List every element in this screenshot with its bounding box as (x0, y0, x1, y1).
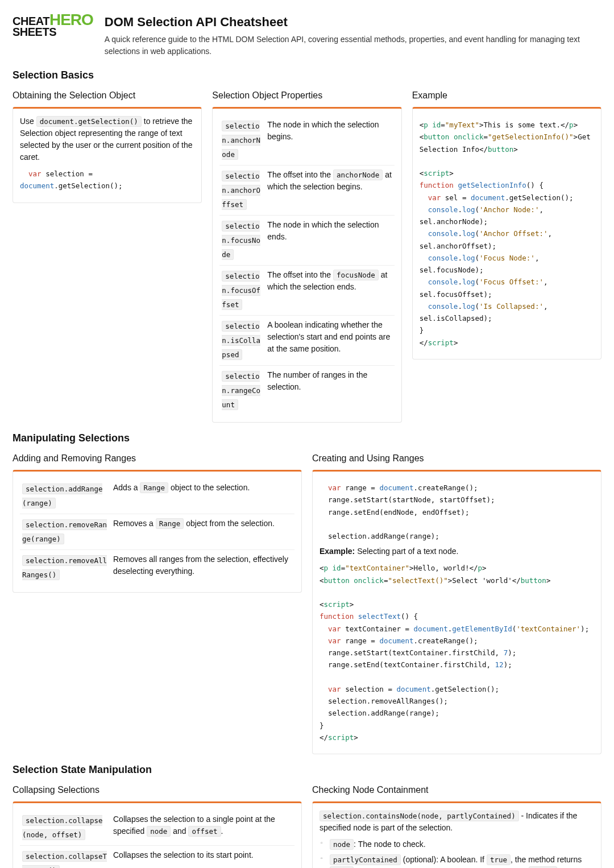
property-name: selection.isCollapsed (222, 321, 260, 360)
method-name: selection.removeRange(range) (22, 519, 107, 544)
card-title: Adding and Removing Ranges (13, 452, 302, 465)
list-item: partlyContained (optional): A boolean. I… (320, 854, 594, 868)
list-item: node: The node to check. (320, 838, 594, 850)
title-block: DOM Selection API Cheatsheet A quick ref… (105, 13, 601, 57)
card-title: Checking Node Containment (312, 783, 601, 797)
method-desc: Collapses the selection to a single poin… (111, 810, 294, 846)
code-block: <p id="myText">This is some text.</p> <b… (420, 119, 594, 349)
code-block: var range = document.createRange(); rang… (320, 482, 594, 542)
example-label: Example: Selecting part of a text node. (320, 545, 594, 557)
table-row: selection.collapseToStart()Collapses the… (20, 846, 294, 869)
property-desc: The offset into the anchorNode at which … (265, 166, 394, 216)
table-row: selection.addRange(range)Adds a Range ob… (20, 478, 294, 514)
property-name: selection.anchorNode (222, 121, 260, 160)
method-name: selection.collapse(node, offset) (22, 815, 102, 840)
logo: CHEATHERO SHEETS (13, 13, 93, 57)
card-obtaining-selection: Use document.getSelection() to retrieve … (13, 107, 202, 203)
method-desc: Collapses the selection to its start poi… (111, 846, 294, 869)
method-desc: Adds a Range object to the selection. (111, 478, 294, 514)
param-list: node: The node to check. partlyContained… (320, 838, 594, 868)
table-row: selection.anchorOffsetThe offset into th… (219, 166, 394, 216)
property-name: selection.anchorOffset (222, 171, 260, 210)
card-title: Example (412, 89, 601, 102)
table-row: selection.rangeCountThe number of ranges… (219, 366, 394, 416)
method-desc: Removes all ranges from the selection, e… (111, 550, 294, 586)
table-row: selection.focusOffsetThe offset into the… (219, 266, 394, 316)
card-example: <p id="myText">This is some text.</p> <b… (412, 107, 601, 359)
card-title: Obtaining the Selection Object (13, 89, 202, 102)
table-row: selection.isCollapsedA boolean indicatin… (219, 316, 394, 366)
section-heading: Selection Basics (13, 68, 601, 83)
property-desc: The node in which the selection begins. (265, 115, 394, 166)
property-desc: The number of ranges in the selection. (265, 366, 394, 416)
method-desc: Removes a Range object from the selectio… (111, 514, 294, 550)
property-desc: The offset into the focusNode at which t… (265, 266, 394, 316)
card-selection-properties: selection.anchorNodeThe node in which th… (212, 107, 401, 423)
property-desc: The node in which the selection ends. (265, 216, 394, 266)
method-name: selection.collapseToStart() (22, 851, 107, 868)
page-header: CHEATHERO SHEETS DOM Selection API Cheat… (13, 13, 601, 57)
card-checking-containment: selection.containsNode(node, partlyConta… (312, 801, 601, 868)
inline-code: document.getSelection() (36, 116, 142, 127)
property-name: selection.rangeCount (222, 371, 260, 410)
table-row: selection.removeRange(range)Removes a Ra… (20, 514, 294, 550)
card-desc: Use document.getSelection() to retrieve … (20, 115, 194, 163)
inline-code: selection.containsNode(node, partlyConta… (320, 811, 519, 821)
property-table: selection.anchorNodeThe node in which th… (219, 115, 394, 415)
card-creating-ranges: var range = document.createRange(); rang… (312, 470, 601, 754)
logo-text-2: SHEETS (13, 27, 56, 37)
section-heading: Selection State Manipulation (13, 762, 601, 778)
property-name: selection.focusNode (222, 221, 260, 260)
table-row: selection.anchorNodeThe node in which th… (219, 115, 394, 166)
card-title: Selection Object Properties (212, 89, 401, 102)
card-adding-removing-ranges: selection.addRange(range)Adds a Range ob… (13, 470, 302, 593)
code-block: var selection = document.getSelection(); (20, 168, 194, 192)
card-title: Collapsing Selections (13, 783, 302, 797)
intro-text: selection.containsNode(node, partlyConta… (320, 810, 594, 834)
page-title: DOM Selection API Cheatsheet (105, 13, 601, 31)
method-name: selection.addRange(range) (22, 483, 102, 509)
card-title: Creating and Using Ranges (312, 452, 601, 465)
method-table: selection.addRange(range)Adds a Range ob… (20, 478, 294, 585)
table-row: selection.focusNodeThe node in which the… (219, 216, 394, 266)
section-heading: Manipulating Selections (13, 431, 601, 446)
table-row: selection.collapse(node, offset)Collapse… (20, 810, 294, 846)
property-name: selection.focusOffset (222, 271, 260, 310)
card-collapsing-selections: selection.collapse(node, offset)Collapse… (13, 801, 302, 868)
table-row: selection.removeAllRanges()Removes all r… (20, 550, 294, 586)
page-subtitle: A quick reference guide to the HTML DOM … (105, 34, 601, 57)
method-table: selection.collapse(node, offset)Collapse… (20, 810, 294, 868)
logo-text-1: CHEAT (13, 16, 49, 26)
property-desc: A boolean indicating whether the selecti… (265, 316, 394, 366)
logo-text-hero: HERO (49, 13, 93, 27)
code-block: <p id="textContainer">Hello, world!</p> … (320, 562, 594, 743)
method-name: selection.removeAllRanges() (22, 555, 107, 580)
